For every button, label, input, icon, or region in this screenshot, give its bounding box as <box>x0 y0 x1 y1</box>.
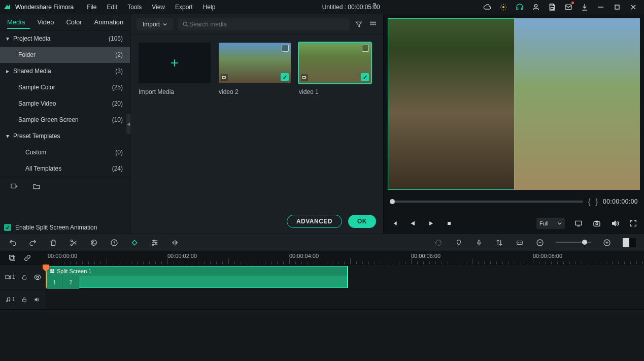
slider-knob[interactable] <box>582 240 587 245</box>
preview-viewport[interactable] <box>384 14 644 190</box>
marker-out-icon[interactable]: } <box>595 198 598 206</box>
display-icon[interactable] <box>574 219 583 228</box>
tab-color[interactable]: Color <box>66 15 87 29</box>
help-icon[interactable]: ? <box>372 2 376 9</box>
window-minimize-button[interactable] <box>596 3 605 12</box>
menu-view[interactable]: View <box>148 2 169 13</box>
expand-icon[interactable] <box>362 45 369 52</box>
preview-scrub-bar[interactable] <box>390 201 583 203</box>
tab-media[interactable]: Media <box>7 15 30 29</box>
audio-track-body[interactable] <box>46 289 644 309</box>
lock-icon[interactable] <box>21 274 27 281</box>
lock-icon[interactable] <box>21 296 27 303</box>
speed-button[interactable] <box>110 238 119 247</box>
mic-icon[interactable] <box>474 238 484 247</box>
preview-split-left[interactable] <box>388 18 515 190</box>
tree-count: (24) <box>112 165 123 172</box>
timeline-empty-area[interactable] <box>0 310 644 361</box>
tree-sample-video[interactable]: Sample Video (20) <box>0 95 130 112</box>
clip-cell-1[interactable]: 1 <box>47 276 63 289</box>
menu-file[interactable]: File <box>83 2 100 13</box>
time-ruler[interactable]: 00:00:00:00 00:00:02:00 00:00:04:00 00:0… <box>46 251 644 265</box>
media-card-video1[interactable]: ✓ video 1 <box>299 43 371 95</box>
link-icon[interactable] <box>23 254 31 262</box>
collapse-handle[interactable]: ◀ <box>126 114 130 134</box>
eye-icon[interactable] <box>33 274 42 280</box>
preview-split-right[interactable] <box>515 18 640 190</box>
crop-button[interactable] <box>89 238 98 247</box>
play-button[interactable] <box>426 219 435 228</box>
preview-fit-select[interactable]: Full <box>536 218 565 229</box>
stack-icon[interactable] <box>8 254 16 262</box>
menu-help[interactable]: Help <box>199 2 220 13</box>
search-input-wrap[interactable] <box>178 18 350 30</box>
grid-view-icon[interactable] <box>369 20 377 28</box>
tree-folder[interactable]: Folder (2) <box>0 47 130 63</box>
enable-split-animation-checkbox[interactable]: ✓ Enable Split Screen Animation <box>4 220 97 235</box>
user-icon[interactable] <box>531 3 540 12</box>
split-screen-clip[interactable]: Split Screen 1 1 2 <box>46 266 348 288</box>
menu-export[interactable]: Export <box>171 2 197 13</box>
mute-icon[interactable] <box>33 296 41 303</box>
menu-tools[interactable]: Tools <box>123 2 146 13</box>
ok-button[interactable]: OK <box>348 215 376 228</box>
render-icon[interactable] <box>434 238 443 247</box>
tree-custom[interactable]: Custom (0) <box>0 144 130 160</box>
play-backward-button[interactable] <box>408 219 417 228</box>
expand-icon[interactable] <box>282 45 289 52</box>
caption-icon[interactable] <box>515 238 524 247</box>
clip-cell-2[interactable]: 2 <box>63 276 79 289</box>
audio-wave-button[interactable] <box>171 238 180 247</box>
mail-icon[interactable] <box>564 3 573 12</box>
filter-icon[interactable] <box>355 20 363 28</box>
adjust-button[interactable] <box>150 238 159 247</box>
tree-sample-color[interactable]: Sample Color (25) <box>0 79 130 95</box>
headphones-icon[interactable] <box>515 3 524 12</box>
media-card-video2[interactable]: ✓ video 2 <box>219 43 291 95</box>
tree-preset-templates[interactable]: ▾Preset Templates <box>0 128 130 144</box>
effects-icon[interactable] <box>499 3 508 12</box>
fullscreen-icon[interactable] <box>629 219 638 228</box>
delete-button[interactable] <box>49 238 58 247</box>
window-close-button[interactable] <box>629 3 638 12</box>
new-folder-icon[interactable] <box>32 182 41 190</box>
video-track-body[interactable]: Split Screen 1 1 2 <box>46 265 644 289</box>
add-to-timeline-icon[interactable] <box>301 74 308 81</box>
save-icon[interactable] <box>548 3 557 12</box>
add-to-timeline-icon[interactable] <box>221 74 228 81</box>
volume-icon[interactable] <box>611 219 620 228</box>
zoom-out-button[interactable] <box>535 238 545 247</box>
tree-all-templates[interactable]: All Templates (24) <box>0 160 130 177</box>
zoom-slider[interactable] <box>556 242 591 243</box>
tree-shared-media[interactable]: ▸Shared Media (3) <box>0 63 130 79</box>
snapshot-icon[interactable] <box>592 219 601 228</box>
marker-in-icon[interactable]: { <box>588 198 591 206</box>
download-icon[interactable] <box>580 3 589 12</box>
tab-animation[interactable]: Animation <box>94 15 129 29</box>
tab-video[interactable]: Video <box>37 15 59 29</box>
stop-button[interactable] <box>445 219 454 228</box>
search-input[interactable] <box>189 21 346 28</box>
tree-project-media[interactable]: ▾Project Media (106) <box>0 30 130 47</box>
import-button[interactable]: Import <box>137 18 173 30</box>
split-button[interactable] <box>69 238 78 247</box>
marker-icon[interactable] <box>454 238 463 247</box>
import-media-card[interactable]: + Import Media <box>139 43 211 95</box>
keyframe-button[interactable] <box>130 238 139 247</box>
view-toggle[interactable] <box>623 238 636 247</box>
menu-edit[interactable]: Edit <box>103 2 122 13</box>
cloud-icon[interactable] <box>483 3 492 12</box>
undo-button[interactable] <box>8 238 17 247</box>
scrub-knob[interactable] <box>390 199 395 204</box>
advanced-button[interactable]: ADVANCED <box>287 215 342 228</box>
project-title: Untitled : 00:00:05:00 <box>219 4 483 11</box>
redo-button[interactable] <box>28 238 38 247</box>
playhead[interactable] <box>46 265 46 289</box>
svg-rect-60 <box>52 269 54 271</box>
zoom-in-button[interactable] <box>602 238 612 247</box>
tree-sample-green[interactable]: Sample Green Screen (10) <box>0 112 130 128</box>
mixer-icon[interactable] <box>495 238 504 247</box>
prev-frame-button[interactable] <box>390 219 399 228</box>
new-project-icon[interactable] <box>10 182 18 190</box>
window-maximize-button[interactable] <box>613 3 622 12</box>
